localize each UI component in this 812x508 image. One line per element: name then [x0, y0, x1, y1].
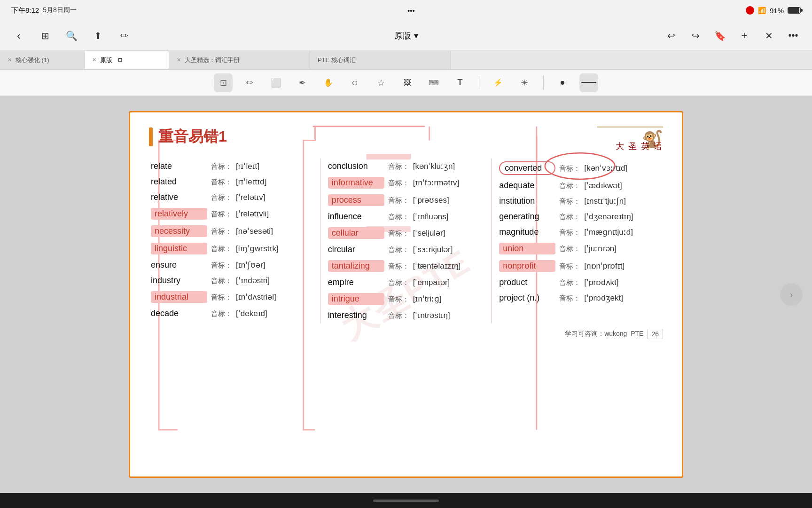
- bluetooth-tool[interactable]: ⚡: [489, 73, 508, 92]
- tab-3[interactable]: PTE 核心词汇: [310, 51, 451, 69]
- row-influence: influence 音标： [ˈɪnfluəns]: [326, 209, 486, 224]
- phonetic-linguistic: [lɪŋˈɡwɪstɪk]: [236, 244, 279, 254]
- row-industrial: industrial 音标： [ɪnˈdʌstriəl]: [149, 288, 314, 306]
- toolbar-right: ↩ ↪ 🔖 + ✕ •••: [664, 28, 801, 43]
- draw-toolbar: ⊡ ✏ ⬜ ✒ ✋ ○ ☆ 🖼 ⌨ T ⚡ ☀: [0, 70, 812, 96]
- phonetic-process: [ˈprəʊses]: [413, 195, 449, 205]
- more-button[interactable]: •••: [786, 28, 801, 43]
- phonetic-tantalizing: [ˈtæntəlaɪzɪŋ]: [413, 261, 461, 271]
- word-informative: informative: [328, 177, 384, 189]
- vocab-col-3: converted 音标： [kənˈvɜːrtɪd] adequate 音标：…: [492, 159, 663, 323]
- vocab-col-2: conclusion 音标： [kənˈkluːʒn] informative …: [320, 159, 492, 323]
- row-generating: generating 音标： [ˈdʒenəreɪtɪŋ]: [497, 209, 663, 224]
- word-interesting: interesting: [328, 310, 384, 320]
- row-related: related 音标： [rɪˈleɪtɪd]: [149, 174, 314, 190]
- pen-button[interactable]: ✏: [117, 28, 132, 43]
- tab-2-label: 大圣精选：词汇手册: [185, 56, 240, 64]
- back-button[interactable]: ‹: [11, 28, 26, 43]
- row-circular: circular 音标： [ˈsɜːrkjulər]: [326, 242, 486, 257]
- bookmark-button[interactable]: 🔖: [712, 28, 727, 43]
- battery-fill: [788, 8, 799, 13]
- word-circular: circular: [328, 245, 384, 254]
- word-decade: decade: [151, 309, 207, 318]
- row-empire: empire 音标： [ˈempaɪər]: [326, 275, 486, 290]
- word-cellular: cellular: [328, 227, 384, 239]
- phonetic-union: [ˈjuːnɪən]: [584, 244, 617, 254]
- tab-0[interactable]: ✕ 核心强化 (1): [0, 51, 85, 69]
- keyboard-tool[interactable]: ⌨: [424, 73, 443, 92]
- phonetic-product: [ˈprɒdʌkt]: [584, 278, 618, 287]
- main-content: › 大圣PTE 重音易错1: [0, 96, 812, 493]
- line-shape: [581, 82, 596, 83]
- badge-line: [597, 127, 663, 127]
- status-right: 📶 91%: [746, 6, 801, 15]
- phonetic-relative: [ˈrelətɪv]: [236, 192, 265, 202]
- word-industrial: industrial: [151, 291, 207, 303]
- word-magnitude: magnitude: [499, 227, 555, 237]
- doc-title: 原版: [394, 30, 411, 41]
- phonetic-intrigue: [ɪnˈtriːɡ]: [413, 294, 442, 304]
- search-button[interactable]: 🔍: [64, 28, 79, 43]
- phonetic-adequate: [ˈædɪkwət]: [584, 181, 622, 190]
- phonetic-converted: [kənˈvɜːrtɪd]: [584, 163, 627, 173]
- toolbar-center[interactable]: 原版 ▾: [394, 30, 418, 41]
- phonetic-empire: [ˈempaɪər]: [413, 278, 450, 287]
- row-informative: informative 音标： [ɪnˈfɔːrmətɪv]: [326, 174, 486, 191]
- battery-icon: [788, 7, 801, 14]
- wifi-icon: 📶: [758, 7, 766, 14]
- word-generating: generating: [499, 212, 555, 222]
- pen-tool-draw[interactable]: ✏: [240, 73, 259, 92]
- lasso-tool[interactable]: ○: [345, 73, 364, 92]
- status-bar: 下午8:12 5月8日周一 ••• 📶 91%: [0, 0, 812, 21]
- phonetic-relate: [rɪˈleɪt]: [236, 161, 259, 171]
- phonetic-industrial: [ɪnˈdʌstriəl]: [236, 292, 276, 302]
- word-institution: institution: [499, 196, 555, 206]
- camera-tool[interactable]: ⊡: [214, 73, 233, 92]
- text-tool[interactable]: T: [451, 73, 469, 92]
- undo-button[interactable]: ↩: [664, 28, 679, 43]
- tab-2-close[interactable]: ✕: [177, 57, 181, 63]
- dropdown-icon: ▾: [414, 31, 418, 41]
- word-process: process: [328, 194, 384, 206]
- row-relate: relate 音标： [rɪˈleɪt]: [149, 159, 314, 174]
- grid-button[interactable]: ⊞: [38, 28, 53, 43]
- phonetic-magnitude: [ˈmæɡnɪtjuːd]: [584, 227, 633, 237]
- highlight-tool[interactable]: ✒: [293, 73, 312, 92]
- tab-1-label: 原版: [100, 56, 112, 64]
- redo-button[interactable]: ↪: [688, 28, 703, 43]
- row-institution: institution 音标： [ɪnstɪˈtjuːʃn]: [497, 193, 663, 209]
- word-necessity: necessity: [151, 225, 207, 237]
- share-button[interactable]: ⬆: [90, 28, 105, 43]
- scroll-hint[interactable]: ›: [780, 283, 803, 306]
- status-date: 5月8日周一: [43, 6, 77, 15]
- tab-1[interactable]: ✕ 原版 ⊡: [85, 51, 169, 69]
- dot-tool[interactable]: [553, 73, 572, 92]
- line-tool[interactable]: [579, 73, 598, 92]
- tab-0-close[interactable]: ✕: [8, 57, 12, 63]
- accent-bar: [149, 127, 153, 146]
- signal-dot1: •••: [407, 7, 415, 15]
- row-conclusion: conclusion 音标： [kənˈkluːʒn]: [326, 159, 486, 174]
- row-nonprofit: nonprofit 音标： [nɒnˈprɒfɪt]: [497, 257, 663, 275]
- close-button[interactable]: ✕: [761, 28, 776, 43]
- phonetic-necessity: [nəˈsesəti]: [236, 226, 273, 236]
- image-tool[interactable]: 🖼: [398, 73, 417, 92]
- row-linguistic: linguistic 音标： [lɪŋˈɡwɪstɪk]: [149, 240, 314, 257]
- star-tool[interactable]: ☆: [372, 73, 390, 92]
- tab-1-close[interactable]: ✕: [92, 57, 96, 63]
- add-button[interactable]: +: [737, 28, 752, 43]
- phonetic-industry: [ˈɪndəstri]: [236, 276, 270, 286]
- row-cellular: cellular 音标： [ˈseljulər]: [326, 224, 486, 242]
- phonetic-conclusion: [kənˈkluːʒn]: [413, 161, 455, 171]
- sun-tool[interactable]: ☀: [515, 73, 534, 92]
- phonetic-circular: [ˈsɜːrkjulər]: [413, 245, 453, 254]
- page: 大圣PTE 重音易错1 🐒: [129, 111, 683, 478]
- row-product: product 音标： [ˈprɒdʌkt]: [497, 275, 663, 290]
- page-number: 26: [647, 329, 663, 339]
- row-intrigue: intrigue 音标： [ɪnˈtriːɡ]: [326, 290, 486, 308]
- record-indicator: [746, 6, 754, 15]
- phonetic-informative: [ɪnˈfɔːrmətɪv]: [413, 178, 460, 188]
- hand-tool[interactable]: ✋: [319, 73, 338, 92]
- eraser-tool[interactable]: ⬜: [266, 73, 285, 92]
- tab-2[interactable]: ✕ 大圣精选：词汇手册: [169, 51, 310, 69]
